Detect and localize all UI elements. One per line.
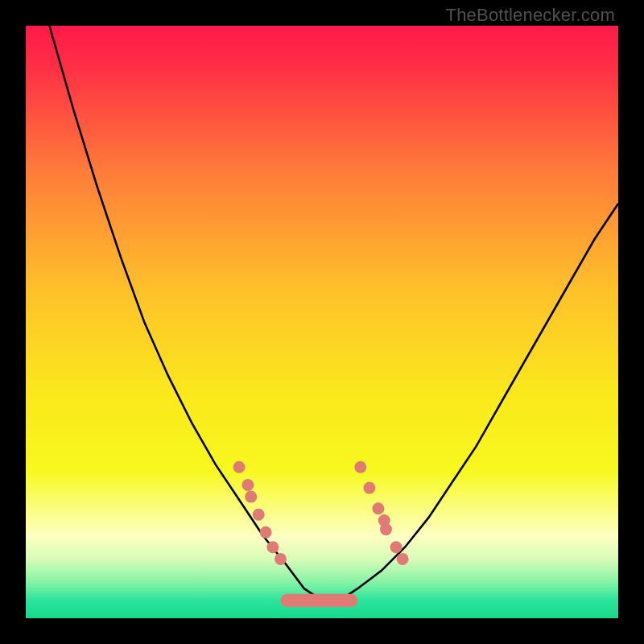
scatter-point bbox=[242, 479, 254, 491]
scatter-point bbox=[275, 553, 287, 565]
plot-area bbox=[26, 26, 618, 618]
scatter-point bbox=[397, 553, 409, 565]
scatter-point bbox=[233, 461, 246, 473]
watermark-text: TheBottlenecker.com bbox=[446, 5, 615, 26]
scatter-point bbox=[372, 502, 384, 514]
chart-container: TheBottlenecker.com bbox=[0, 0, 644, 644]
scatter-point bbox=[363, 482, 375, 494]
chart-svg bbox=[26, 26, 618, 618]
scatter-point bbox=[266, 541, 279, 553]
scatter-point bbox=[354, 461, 366, 473]
valley-bar bbox=[281, 594, 358, 607]
scatter-point bbox=[245, 491, 257, 503]
scatter-point bbox=[260, 526, 272, 539]
scatter-point bbox=[253, 509, 265, 521]
gradient-background bbox=[26, 26, 618, 618]
scatter-point bbox=[390, 541, 402, 553]
scatter-point bbox=[380, 523, 392, 535]
